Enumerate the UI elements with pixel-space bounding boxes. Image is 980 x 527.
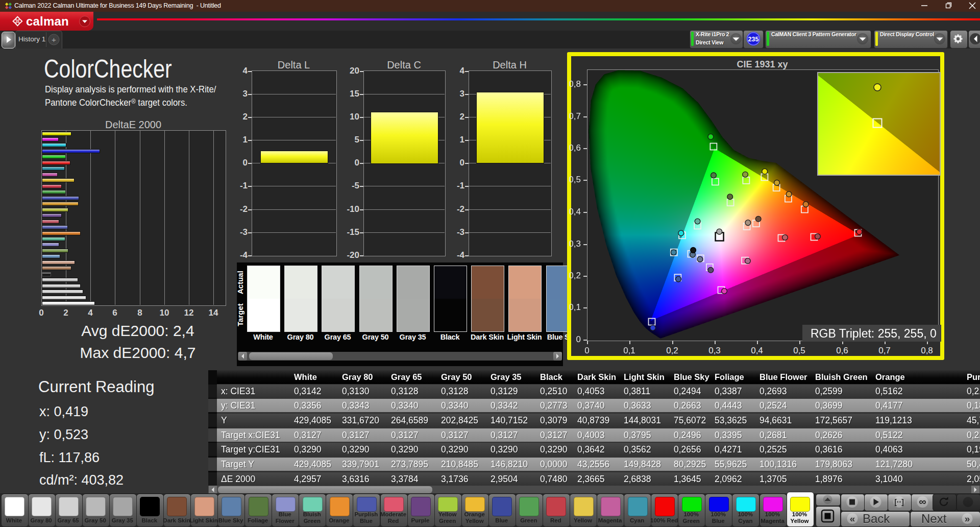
svg-text:«: « xyxy=(850,513,855,524)
svg-text:∞: ∞ xyxy=(919,496,926,507)
svg-text:»: » xyxy=(965,513,970,524)
svg-text:[··]: [··] xyxy=(894,498,904,506)
